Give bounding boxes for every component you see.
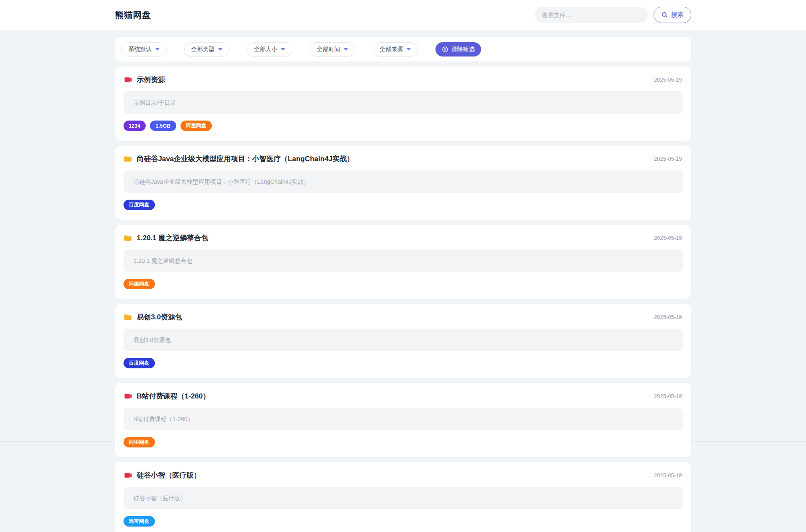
filter-dropdown-size-label: 全部大小 [254, 46, 278, 53]
result-description: 易创3.0资源包 [124, 329, 683, 351]
filter-dropdown-type-label: 全部类型 [191, 46, 215, 53]
chevron-down-icon [407, 48, 411, 51]
filter-dropdown-type[interactable]: 全部类型 [184, 42, 229, 57]
filter-dropdown-sort-label: 系统默认 [129, 46, 152, 53]
result-title[interactable]: 示例资源 [137, 75, 165, 85]
result-card-header: 易创3.0资源包2025-05-19 [124, 312, 683, 322]
site-header: 熊猫网盘 搜索 [0, 0, 806, 30]
result-card[interactable]: 1.20.1 魔之逆鳞整合包2025-05-191.20.1 魔之逆鳞整合包阿里… [115, 225, 691, 299]
main-content: 系统默认 全部类型 全部大小 全部时间 全部来源 [115, 37, 691, 532]
status-badge: 阿里网盘 [180, 121, 212, 131]
folder-icon [124, 234, 132, 242]
filter-bar: 系统默认 全部类型 全部大小 全部时间 全部来源 [115, 37, 691, 62]
result-description: 1.20.1 魔之逆鳞整合包 [124, 249, 683, 272]
filter-dropdown-time[interactable]: 全部时间 [310, 42, 355, 57]
clear-filters-button[interactable]: 清除筛选 [435, 42, 481, 57]
result-title[interactable]: 尚硅谷Java企业级大模型应用项目：小智医疗（LangChain4J实战） [137, 154, 354, 164]
result-date: 2025-05-19 [654, 235, 683, 241]
filter-dropdown-source[interactable]: 全部来源 [373, 42, 418, 57]
result-title[interactable]: 易创3.0资源包 [137, 312, 183, 322]
filter-dropdown-time-label: 全部时间 [317, 46, 340, 53]
folder-icon [124, 313, 132, 321]
circle-x-icon [442, 46, 448, 53]
filter-dropdown-source-label: 全部来源 [380, 46, 403, 53]
result-card[interactable]: 硅谷小智（医疗版）2025-05-19硅谷小智（医疗版）迅雷网盘 [115, 462, 691, 532]
video-icon [124, 392, 132, 401]
badge-row: 12341.5GB阿里网盘 [124, 121, 683, 131]
results-list: 示例资源2025-05-19示例目录/子目录12341.5GB阿里网盘尚硅谷Ja… [115, 67, 691, 532]
badge-row: 百度网盘 [124, 358, 683, 368]
search-icon [661, 11, 668, 18]
result-card-header: B站付费课程（1-260）2025-05-19 [124, 391, 683, 401]
chevron-down-icon [344, 48, 348, 51]
result-card-header: 硅谷小智（医疗版）2025-05-19 [124, 470, 683, 480]
result-card[interactable]: 尚硅谷Java企业级大模型应用项目：小智医疗（LangChain4J实战）202… [115, 146, 691, 220]
result-card-header: 尚硅谷Java企业级大模型应用项目：小智医疗（LangChain4J实战）202… [124, 154, 683, 164]
badge-row: 百度网盘 [124, 200, 683, 210]
status-badge: 1234 [124, 121, 146, 131]
badge-row: 阿里网盘 [124, 437, 683, 447]
search-button-label: 搜索 [671, 11, 684, 19]
site-logo[interactable]: 熊猫网盘 [115, 9, 151, 21]
result-card[interactable]: 易创3.0资源包2025-05-19易创3.0资源包百度网盘 [115, 304, 691, 378]
status-badge: 迅雷网盘 [124, 516, 155, 527]
search-input[interactable] [535, 7, 648, 23]
search-button[interactable]: 搜索 [654, 7, 691, 23]
folder-icon [124, 154, 132, 163]
result-date: 2025-05-19 [654, 393, 683, 399]
result-title[interactable]: B站付费课程（1-260） [137, 391, 210, 401]
status-badge: 百度网盘 [124, 358, 155, 368]
chevron-down-icon [281, 48, 285, 51]
result-date: 2025-05-19 [654, 314, 683, 320]
status-badge: 阿里网盘 [124, 437, 155, 447]
search-area: 搜索 [535, 7, 691, 23]
video-icon [124, 471, 132, 480]
chevron-down-icon [155, 48, 160, 51]
status-badge: 百度网盘 [124, 200, 155, 210]
status-badge: 1.5GB [150, 121, 176, 131]
badge-row: 迅雷网盘 [124, 516, 683, 527]
result-card[interactable]: 示例资源2025-05-19示例目录/子目录12341.5GB阿里网盘 [115, 67, 691, 141]
result-date: 2025-05-19 [654, 472, 683, 478]
result-date: 2025-05-19 [654, 77, 683, 83]
chevron-down-icon [218, 48, 222, 51]
badge-row: 阿里网盘 [124, 279, 683, 289]
result-description: 硅谷小智（医疗版） [124, 487, 683, 509]
result-card[interactable]: B站付费课程（1-260）2025-05-19B站付费课程（1-260）阿里网盘 [115, 383, 691, 457]
result-description: 示例目录/子目录 [124, 91, 683, 114]
result-title[interactable]: 硅谷小智（医疗版） [137, 470, 201, 480]
result-card-header: 1.20.1 魔之逆鳞整合包2025-05-19 [124, 233, 683, 243]
clear-filters-label: 清除筛选 [451, 46, 475, 53]
status-badge: 阿里网盘 [124, 279, 155, 289]
video-icon [124, 75, 132, 84]
filter-dropdown-size[interactable]: 全部大小 [247, 42, 292, 57]
result-card-header: 示例资源2025-05-19 [124, 75, 683, 85]
result-title[interactable]: 1.20.1 魔之逆鳞整合包 [137, 233, 209, 243]
filter-dropdown-sort[interactable]: 系统默认 [121, 42, 167, 57]
result-description: 尚硅谷Java企业级大模型应用项目：小智医疗（LangChain4J实战） [124, 170, 683, 193]
result-description: B站付费课程（1-260） [124, 408, 683, 430]
result-date: 2025-05-19 [654, 156, 683, 162]
